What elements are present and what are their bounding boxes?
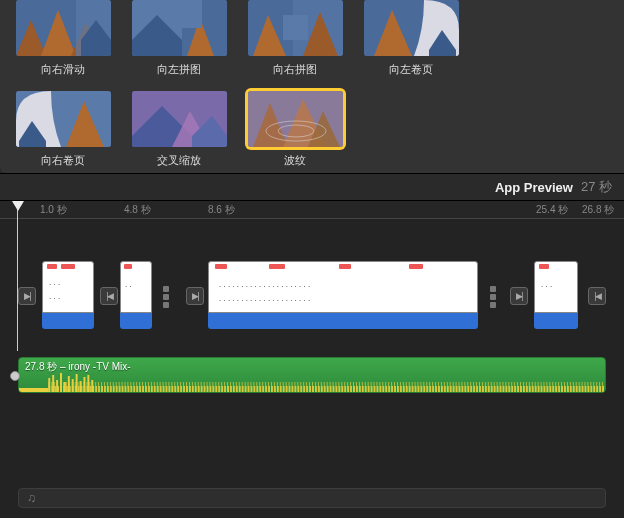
transition-label: 波纹 xyxy=(284,153,306,168)
video-clip[interactable]: · · xyxy=(120,261,152,329)
transitions-panel: 向右滑动 向左拼图 xyxy=(0,0,624,173)
transition-mosaic-left[interactable]: 向左拼图 xyxy=(126,0,232,77)
transition-marker-icon[interactable] xyxy=(510,287,528,305)
background-music-well[interactable]: ♫ xyxy=(18,488,606,508)
ruler-tick: 25.4 秒 xyxy=(536,203,568,217)
transition-ripple[interactable]: 波纹 xyxy=(242,91,348,168)
audio-fade-handle[interactable] xyxy=(10,371,20,381)
transitions-row-1: 向右滑动 向左拼图 xyxy=(10,0,614,77)
audio-clip[interactable]: 27.8 秒 – irony -TV Mix- xyxy=(18,357,606,393)
project-title: App Preview xyxy=(495,180,573,195)
time-ruler[interactable]: 1.0 秒 4.8 秒 8.6 秒 25.4 秒 26.8 秒 xyxy=(0,201,624,219)
svg-rect-10 xyxy=(182,0,202,28)
tracks-area[interactable]: · · · · · · · · · · · · · · · · · xyxy=(0,219,624,489)
transition-pagecurl-right[interactable]: 向右卷页 xyxy=(10,91,116,168)
transition-label: 交叉缩放 xyxy=(157,153,201,168)
video-clip[interactable]: · · · · · · · · · · · · · · · · · · · · … xyxy=(208,261,478,329)
transition-marker-icon[interactable] xyxy=(18,287,36,305)
transition-marker-icon[interactable] xyxy=(588,287,606,305)
transition-label: 向右卷页 xyxy=(41,153,85,168)
tween-marker[interactable] xyxy=(157,279,175,315)
transition-slide-right[interactable]: 向右滑动 xyxy=(10,0,116,77)
transition-label: 向左卷页 xyxy=(389,62,433,77)
preview-info-bar: App Preview 27 秒 xyxy=(0,174,624,200)
video-clip[interactable]: · · · · · · xyxy=(42,261,94,329)
transition-marker-icon[interactable] xyxy=(186,287,204,305)
ruler-tick: 26.8 秒 xyxy=(582,203,614,217)
transition-label: 向右滑动 xyxy=(41,62,85,77)
audio-track[interactable]: 27.8 秒 – irony -TV Mix- xyxy=(0,357,624,397)
ruler-tick: 8.6 秒 xyxy=(208,203,235,217)
music-note-icon: ♫ xyxy=(27,491,36,505)
project-duration: 27 秒 xyxy=(581,178,612,196)
transition-mosaic-right[interactable]: 向右拼图 xyxy=(242,0,348,77)
playhead-handle[interactable] xyxy=(12,201,24,211)
audio-clip-title: 27.8 秒 – irony -TV Mix- xyxy=(25,360,131,374)
transition-label: 向左拼图 xyxy=(157,62,201,77)
ruler-tick: 4.8 秒 xyxy=(124,203,151,217)
ruler-tick: 1.0 秒 xyxy=(40,203,67,217)
transition-marker-icon[interactable] xyxy=(100,287,118,305)
video-track[interactable]: · · · · · · · · · · · · · · · · · xyxy=(0,261,624,341)
transition-label: 向右拼图 xyxy=(273,62,317,77)
video-clip[interactable]: · · · xyxy=(534,261,578,329)
transition-pagecurl-left[interactable]: 向左卷页 xyxy=(358,0,464,77)
timeline: 1.0 秒 4.8 秒 8.6 秒 25.4 秒 26.8 秒 · xyxy=(0,200,624,518)
svg-rect-33 xyxy=(19,388,48,392)
playhead-line xyxy=(17,201,18,351)
tween-marker[interactable] xyxy=(484,279,502,315)
transitions-row-2: 向右卷页 交叉缩放 xyxy=(10,91,614,168)
transition-cross-zoom[interactable]: 交叉缩放 xyxy=(126,91,232,168)
